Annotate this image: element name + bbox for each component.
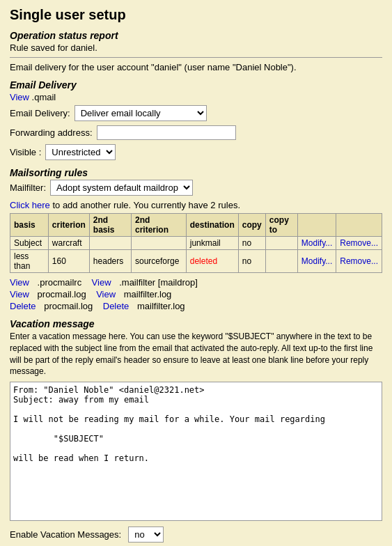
row1-basis2 bbox=[89, 237, 131, 250]
procmail-links-row3: Delete procmail.log Delete mailfilter.lo… bbox=[10, 301, 382, 311]
delete-procmail-log-label: procmail.log bbox=[44, 301, 93, 311]
row1-destination: junkmail bbox=[186, 237, 238, 250]
row2-remove[interactable]: Remove... bbox=[336, 250, 382, 273]
col-copy: copy bbox=[238, 214, 265, 237]
enable-vacation-row: Enable Vacation Messages: no yes bbox=[10, 526, 382, 543]
col-criterion2: 2nd criterion bbox=[131, 214, 186, 237]
view-mailfilter-link[interactable]: View bbox=[92, 277, 111, 288]
view-qmail-link[interactable]: View bbox=[10, 92, 32, 102]
table-row: Subject warcraft junkmail no Modify... R… bbox=[10, 237, 382, 250]
row2-basis: less than bbox=[10, 250, 49, 273]
vacation-message-textarea[interactable] bbox=[10, 382, 382, 521]
account-info-text: Email delivery for the user account "dan… bbox=[10, 62, 382, 72]
email-delivery-row: Email Delivery: Deliver email locally Fo… bbox=[10, 105, 382, 121]
operation-status-title: Operation status report bbox=[10, 30, 382, 41]
view-mailfilter-log-link[interactable]: View bbox=[96, 289, 116, 299]
visible-select[interactable]: Unrestricted Restricted bbox=[45, 144, 116, 160]
view-procmailrc-link[interactable]: View bbox=[10, 277, 29, 288]
mailfilter-label: Mailfilter: bbox=[10, 182, 46, 193]
enable-vacation-select[interactable]: no yes bbox=[128, 526, 164, 543]
mailfilter-select[interactable]: Adopt system default maildrop Custom bbox=[50, 180, 193, 196]
col-basis2: 2nd basis bbox=[89, 214, 131, 237]
divider-1 bbox=[10, 57, 382, 58]
vacation-section-title: Vacation message bbox=[10, 318, 382, 329]
procmailrc-label: .procmailrc bbox=[38, 277, 82, 288]
row2-modify[interactable]: Modify... bbox=[297, 250, 336, 273]
mailfilter-row: Mailfilter: Adopt system default maildro… bbox=[10, 180, 382, 196]
row1-modify[interactable]: Modify... bbox=[297, 237, 336, 250]
col-action1 bbox=[297, 214, 336, 237]
add-rule-text: Click here to add another rule. You curr… bbox=[10, 200, 382, 210]
row1-copy: no bbox=[238, 237, 265, 250]
delete-mailfilter-log-label: mailfilter.log bbox=[137, 301, 185, 311]
enable-vacation-label: Enable Vacation Messages: bbox=[10, 529, 121, 540]
vacation-description: Enter a vacation message here. You can u… bbox=[10, 331, 382, 377]
col-criterion: criterion bbox=[48, 214, 89, 237]
view-qmail-row: View .qmail bbox=[10, 92, 382, 102]
row1-criterion2 bbox=[131, 237, 186, 250]
email-delivery-select[interactable]: Deliver email locally Forward to another… bbox=[75, 105, 207, 121]
row1-basis: Subject bbox=[10, 237, 49, 250]
row2-copy-to bbox=[265, 250, 297, 273]
procmail-log-label: procmail.log bbox=[38, 289, 86, 299]
delete-mailfilter-log-link[interactable]: Delete bbox=[103, 301, 130, 311]
delete-procmail-log-link[interactable]: Delete bbox=[10, 301, 36, 311]
col-action2 bbox=[336, 214, 382, 237]
procmail-links-row2: View procmail.log View mailfilter.log bbox=[10, 289, 382, 299]
row1-copy-to bbox=[265, 237, 297, 250]
col-basis: basis bbox=[10, 214, 49, 237]
row2-destination: deleted bbox=[186, 250, 238, 273]
operation-status-text: Rule saved for daniel. bbox=[10, 42, 382, 53]
forwarding-address-input[interactable] bbox=[97, 125, 236, 140]
row2-criterion: 160 bbox=[48, 250, 89, 273]
mailsorting-table: basis criterion 2nd basis 2nd criterion … bbox=[10, 213, 382, 273]
forwarding-address-row: Forwarding address: bbox=[10, 125, 382, 140]
row1-criterion: warcraft bbox=[48, 237, 89, 250]
procmail-links-row1: View .procmailrc View .mailfilter [maild… bbox=[10, 277, 382, 288]
visible-label: Visible : bbox=[10, 147, 41, 157]
email-delivery-section-title: Email Delivery bbox=[10, 79, 382, 91]
row1-remove[interactable]: Remove... bbox=[336, 237, 382, 250]
col-destination: destination bbox=[186, 214, 238, 237]
add-rule-suffix: to add another rule. You currently have … bbox=[52, 200, 240, 210]
qmail-label: .qmail bbox=[32, 92, 56, 102]
visible-row: Visible : Unrestricted Restricted bbox=[10, 144, 382, 160]
mailfilter-maildrop-label: .mailfilter [maildrop] bbox=[119, 277, 198, 288]
row2-criterion2: sourceforge bbox=[131, 250, 186, 273]
forwarding-label: Forwarding address: bbox=[10, 127, 93, 138]
view-procmail-log-link[interactable]: View bbox=[10, 289, 29, 299]
table-header-row: basis criterion 2nd basis 2nd criterion … bbox=[10, 214, 382, 237]
table-row: less than 160 headers sourceforge delete… bbox=[10, 250, 382, 273]
col-copy-to: copy to bbox=[265, 214, 297, 237]
add-rule-link[interactable]: Click here bbox=[10, 200, 50, 210]
row2-copy: no bbox=[238, 250, 265, 273]
mailsorting-section-title: Mailsorting rules bbox=[10, 167, 382, 178]
row2-basis2: headers bbox=[89, 250, 131, 273]
page-title: Single user setup bbox=[10, 7, 382, 23]
mailfilter-log-label: mailfilter.log bbox=[124, 289, 172, 299]
email-delivery-label: Email Delivery: bbox=[10, 108, 70, 118]
